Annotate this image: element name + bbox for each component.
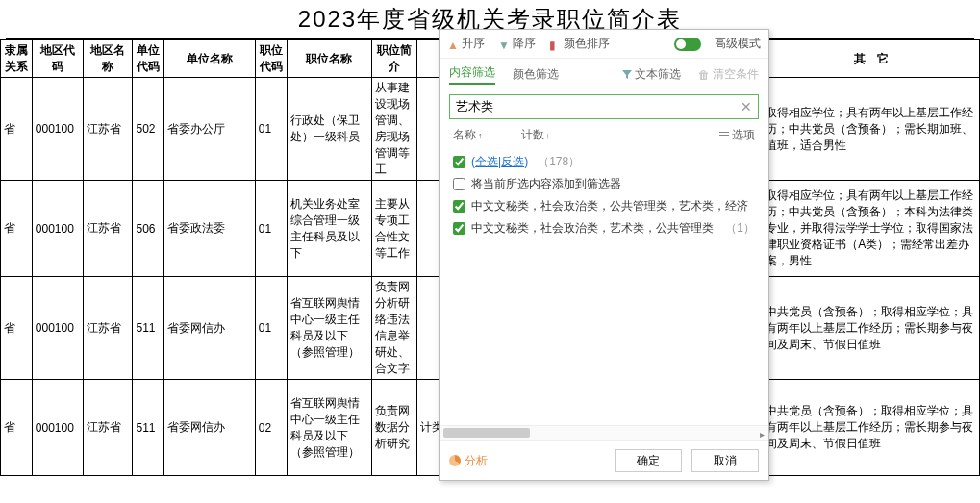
cell: 取得相应学位；具有两年以上基层工作经历；中共党员（含预备）；本科为法律类专业，并…	[763, 181, 980, 277]
cell: 省委办公厅	[164, 78, 255, 181]
cell: 中共党员（含预备）；取得相应学位；具有两年以上基层工作经历；需长期参与夜间及周末…	[763, 380, 980, 476]
item-checkbox[interactable]	[453, 200, 465, 213]
cell: 02	[255, 380, 287, 476]
item-text: 中文文秘类，社会政治类，艺术类，公共管理类	[471, 220, 719, 237]
cell: 000100	[32, 380, 83, 476]
filter-list: (全选|反选) （178） 将当前所选内容添加到筛选器 中文文秘类，社会政治类，…	[440, 147, 768, 243]
horizontal-scrollbar[interactable]: ▸	[440, 425, 768, 440]
cell: 01	[255, 277, 287, 380]
header-options[interactable]: 选项	[719, 127, 755, 143]
th-5: 职位代码	[255, 40, 287, 78]
total-count: （178）	[538, 154, 580, 170]
cell: 502	[133, 78, 164, 181]
header-count[interactable]: 计数↓	[521, 127, 551, 143]
header-name[interactable]: 名称↑	[453, 127, 483, 143]
search-input[interactable]	[456, 100, 741, 114]
cell: 省	[1, 78, 33, 181]
cell: 省委网信办	[164, 277, 255, 380]
th-2: 地区名称	[84, 40, 133, 78]
trash-icon: 🗑	[698, 68, 710, 82]
th-0: 隶属关系	[1, 40, 33, 78]
cell: 江苏省	[84, 181, 133, 277]
cell: 省	[1, 277, 33, 380]
add-to-filter-row[interactable]: 将当前所选内容添加到筛选器	[453, 173, 755, 195]
cell: 省委网信办	[164, 380, 255, 476]
advanced-label: 高级模式	[715, 36, 761, 52]
cell: 省互联网舆情中心一级主任科员及以下（参照管理）	[287, 277, 371, 380]
ok-button[interactable]: 确定	[615, 449, 682, 472]
cell: 000100	[32, 277, 83, 380]
sort-asc[interactable]: ▲升序	[447, 36, 485, 52]
tab-color-filter[interactable]: 颜色筛选	[513, 66, 559, 83]
filter-footer: 分析 确定 取消	[440, 440, 768, 480]
cell: 主要从专项工合性文等工作	[371, 181, 416, 277]
cell: 省委政法委	[164, 181, 255, 277]
sort-desc[interactable]: ▼降序	[498, 36, 536, 52]
cell: 506	[133, 181, 164, 277]
cell: 中共党员（含预备）；取得相应学位；具有两年以上基层工作经历；需长期参与夜间及周末…	[763, 277, 980, 380]
cell: 机关业务处室综合管理一级主任科员及以下	[287, 181, 371, 277]
cell: 负责网分析研络违法信息举研处、合文字	[371, 277, 416, 380]
hamburger-icon	[719, 132, 729, 138]
list-headers: 名称↑ 计数↓ 选项	[440, 123, 768, 147]
th-3: 单位代码	[133, 40, 164, 78]
sort-color[interactable]: ▮颜色排序	[549, 36, 610, 52]
add-to-filter-checkbox[interactable]	[453, 178, 465, 190]
cell: 000100	[32, 181, 83, 277]
cell: 511	[133, 277, 164, 380]
scrollbar-thumb[interactable]	[443, 428, 530, 438]
th-9: 其 它	[763, 40, 980, 78]
scroll-right-arrow[interactable]: ▸	[755, 426, 768, 441]
item-count: （1）	[725, 220, 755, 237]
select-all-link[interactable]: 全选	[475, 155, 498, 168]
list-item[interactable]: 中文文秘类，社会政治类，艺术类，公共管理类（1）	[453, 217, 755, 239]
cell: 省	[1, 380, 33, 476]
th-4: 单位名称	[164, 40, 255, 78]
clear-filter-link[interactable]: 🗑 清空条件	[698, 66, 759, 83]
cell: 负责网数据分析研究	[371, 380, 416, 476]
cell: 行政处（保卫处）一级科员	[287, 78, 371, 181]
cell: 江苏省	[84, 277, 133, 380]
clear-search-icon[interactable]: ✕	[741, 99, 752, 114]
select-all-row[interactable]: (全选|反选) （178）	[453, 151, 755, 173]
cell: 省	[1, 181, 33, 277]
select-all-checkbox[interactable]	[453, 156, 465, 168]
item-checkbox[interactable]	[453, 222, 465, 235]
tab-content-filter[interactable]: 内容筛选	[449, 64, 495, 85]
th-7: 职位简介	[371, 40, 416, 78]
funnel-icon	[622, 70, 632, 80]
list-item[interactable]: 中文文秘类，社会政治类，公共管理类，艺术类，经济	[453, 195, 755, 217]
item-text: 中文文秘类，社会政治类，公共管理类，艺术类，经济	[471, 198, 749, 214]
cancel-button[interactable]: 取消	[691, 449, 759, 472]
filter-search: ✕	[440, 90, 768, 123]
filter-tabs: 内容筛选 颜色筛选 文本筛选 🗑 清空条件	[440, 59, 768, 90]
cell: 江苏省	[84, 78, 133, 181]
cell: 01	[255, 78, 287, 181]
th-6: 职位名称	[287, 40, 371, 78]
cell: 511	[133, 380, 164, 476]
text-filter-link[interactable]: 文本筛选	[622, 66, 681, 83]
advanced-toggle[interactable]	[674, 38, 701, 51]
cell: 000100	[32, 78, 83, 181]
analysis-button[interactable]: 分析	[449, 453, 488, 469]
cell: 从事建设现场管调、房现场管调等工	[371, 78, 416, 181]
pie-icon	[449, 455, 461, 466]
cell: 江苏省	[84, 380, 133, 476]
th-1: 地区代码	[32, 40, 83, 78]
filter-panel: ▲升序 ▼降序 ▮颜色排序 高级模式 内容筛选 颜色筛选 文本筛选 🗑 清空条件…	[439, 29, 769, 481]
filter-toolbar: ▲升序 ▼降序 ▮颜色排序 高级模式	[440, 30, 768, 59]
invert-link[interactable]: 反选	[501, 155, 524, 168]
cell: 省互联网舆情中心一级主任科员及以下（参照管理）	[287, 380, 371, 476]
cell: 取得相应学位；具有两年以上基层工作经历；中共党员（含预备）；需长期加班、值班，适…	[763, 78, 980, 181]
cell: 01	[255, 181, 287, 277]
